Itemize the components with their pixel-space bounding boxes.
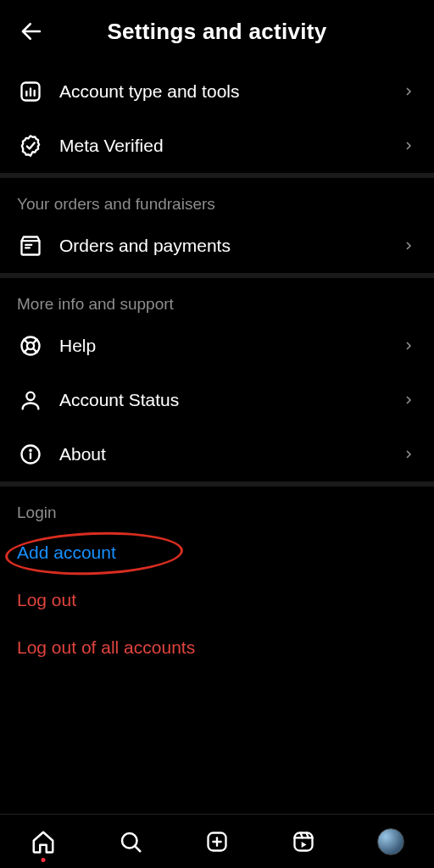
account-status-icon [17, 387, 44, 414]
section-header-login: Login [0, 487, 434, 529]
chevron-right-icon [400, 446, 417, 463]
page-title: Settings and activity [14, 19, 420, 45]
svg-line-19 [135, 846, 140, 851]
svg-rect-23 [295, 832, 313, 850]
svg-point-17 [30, 450, 31, 451]
row-label: Account Status [59, 390, 385, 410]
row-meta-verified[interactable]: Meta Verified [0, 119, 434, 173]
header: Settings and activity [0, 0, 434, 64]
about-icon [17, 441, 44, 468]
logout-button[interactable]: Log out [0, 576, 434, 624]
add-account-button[interactable]: Add account [0, 529, 434, 576]
account-tools-icon [17, 78, 44, 105]
nav-profile[interactable] [374, 825, 408, 859]
svg-line-10 [24, 339, 28, 343]
svg-line-11 [33, 339, 37, 343]
notification-dot-icon [42, 858, 46, 862]
chevron-right-icon [400, 237, 417, 254]
nav-search[interactable] [114, 825, 147, 859]
avatar-icon [377, 828, 404, 855]
row-help[interactable]: Help [0, 319, 434, 373]
row-label: Meta Verified [59, 136, 385, 156]
chevron-right-icon [400, 137, 417, 154]
chevron-right-icon [400, 392, 417, 409]
row-label: Account type and tools [59, 81, 385, 102]
chevron-right-icon [400, 337, 417, 354]
nav-new-post[interactable] [200, 825, 234, 859]
row-orders-payments[interactable]: Orders and payments [0, 219, 434, 273]
section-header-info: More info and support [0, 278, 434, 319]
row-label: About [59, 444, 385, 465]
chevron-right-icon [400, 83, 417, 100]
row-about[interactable]: About [0, 427, 434, 481]
orders-icon [17, 232, 44, 259]
settings-list: Account type and tools Meta Verified You… [0, 64, 434, 868]
row-account-tools[interactable]: Account type and tools [0, 64, 434, 119]
row-label: Help [59, 336, 385, 356]
bottom-nav [0, 814, 434, 868]
row-account-status[interactable]: Account Status [0, 373, 434, 427]
section-header-orders: Your orders and fundraisers [0, 178, 434, 219]
svg-point-14 [26, 392, 34, 400]
svg-line-13 [33, 348, 37, 353]
row-label: Orders and payments [59, 236, 385, 256]
logout-all-button[interactable]: Log out of all accounts [0, 624, 434, 671]
svg-marker-27 [302, 842, 307, 848]
svg-line-12 [24, 348, 28, 353]
meta-verified-icon [17, 132, 44, 159]
nav-home[interactable] [26, 825, 60, 859]
help-icon [17, 332, 44, 359]
nav-reels[interactable] [287, 825, 320, 859]
